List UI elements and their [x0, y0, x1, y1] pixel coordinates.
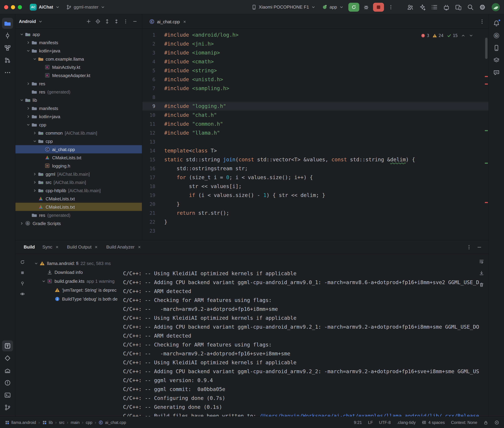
project-item-res[interactable]: res — [16, 80, 142, 88]
run-config-selector[interactable]: app — [320, 3, 346, 11]
tree-expander[interactable] — [32, 139, 38, 143]
options-icon[interactable] — [122, 18, 129, 25]
line-number[interactable]: 4 — [142, 57, 164, 66]
project-item-com-example-llama[interactable]: com.example.llama — [16, 55, 142, 63]
project-item-gradle-scripts[interactable]: GGradle Scripts — [16, 219, 142, 227]
build-item--jvmtarget-string-is-deprec[interactable]: 'jvmTarget: String' is deprec — [29, 286, 121, 294]
code-editor[interactable]: 3 24 15 1#include <android/log.h>2#inclu… — [142, 29, 488, 240]
more-run-actions-button[interactable] — [386, 2, 396, 12]
tree-expander[interactable] — [19, 221, 25, 226]
debug-button[interactable] — [361, 2, 371, 12]
project-item-cpp-httplib[interactable]: cpp-httplib[AiChat.lib.main] — [16, 186, 142, 195]
project-item-ggml[interactable]: ggml[AiChat.lib.main] — [16, 170, 142, 178]
build-item-download-info[interactable]: Download info — [29, 268, 121, 277]
trash-icon[interactable] — [478, 281, 485, 288]
plugins-icon[interactable] — [442, 3, 451, 11]
file-encoding[interactable]: UTF-8 — [379, 420, 391, 425]
project-item-mainactivity-kt[interactable]: KMainActivity.kt — [16, 63, 142, 71]
wrap-icon[interactable] — [478, 257, 485, 265]
build-tab-build[interactable]: Build — [21, 243, 38, 251]
build-tab-build-analyzer[interactable]: Build Analyzer — [103, 243, 145, 251]
line-number[interactable]: 8 — [142, 93, 164, 102]
vcs-branch-widget[interactable]: ggml-master — [64, 3, 108, 11]
tree-expander[interactable] — [25, 106, 31, 110]
warning-count[interactable]: 24 — [432, 31, 444, 40]
project-item-messageadapter-kt[interactable]: KMessageAdapter.kt — [16, 71, 142, 80]
project-item-src[interactable]: src[AiChat.lib.main] — [16, 178, 142, 186]
line-number[interactable]: 16 — [142, 164, 164, 173]
build-item-buildtype-debug-is-both-de[interactable]: BuildType 'debug' is both de — [29, 294, 121, 303]
tree-expander[interactable] — [41, 279, 47, 283]
project-item-kotlin-java[interactable]: kotlin+java — [16, 112, 142, 121]
prev-issue-icon[interactable] — [461, 33, 466, 38]
project-item-kotlin-java[interactable]: kotlin+java — [16, 47, 142, 55]
commit-icon[interactable] — [2, 30, 13, 41]
project-icon[interactable] — [2, 18, 13, 29]
breadcrumb-src[interactable]: src — [59, 420, 64, 425]
minimize-button[interactable] — [11, 5, 15, 9]
line-number[interactable]: 18 — [142, 182, 164, 191]
project-item-common[interactable]: common[AiChat.lib.main] — [16, 129, 142, 137]
rerun-button[interactable] — [348, 3, 359, 11]
project-item-res[interactable]: res(generated) — [16, 88, 142, 96]
project-item-manifests[interactable]: manifests — [16, 104, 142, 112]
editor-options-icon[interactable] — [478, 18, 486, 25]
project-item-res[interactable]: res(generated) — [16, 211, 142, 219]
notifications-icon[interactable] — [491, 18, 502, 29]
line-number[interactable]: 15 — [142, 155, 164, 164]
pin-icon[interactable] — [18, 279, 26, 287]
todo-icon[interactable] — [430, 3, 439, 11]
locate-icon[interactable] — [94, 18, 102, 25]
line-number[interactable]: 14 — [142, 146, 164, 155]
vcs-icon[interactable] — [2, 402, 13, 413]
stopgray-icon[interactable] — [18, 269, 26, 276]
line-number[interactable]: 10 — [142, 111, 164, 120]
build-tab-sync[interactable]: Sync — [40, 243, 62, 251]
tree-expander[interactable] — [25, 81, 31, 86]
close-button[interactable] — [4, 5, 8, 9]
line-number[interactable]: 7 — [142, 84, 164, 93]
build-item-build-gradle-kts[interactable]: Kbuild.gradle.ktsapp 1 warning — [29, 277, 121, 286]
tree-expander[interactable] — [32, 131, 38, 135]
assistant-chat-icon[interactable] — [491, 67, 502, 78]
stop-button[interactable] — [373, 3, 384, 11]
code-with-me-icon[interactable] — [406, 3, 415, 11]
close-tab-icon[interactable] — [94, 245, 99, 249]
hide-icon[interactable] — [131, 18, 138, 25]
close-tab-icon[interactable] — [182, 19, 187, 24]
readonly-lock[interactable] — [483, 420, 488, 425]
project-item-cmakelists-txt[interactable]: CMakeLists.txt — [16, 195, 142, 203]
settings-icon[interactable] — [478, 3, 487, 11]
tree-expander[interactable] — [32, 172, 38, 176]
build-options-icon[interactable] — [465, 243, 473, 251]
tree-expander[interactable] — [32, 188, 38, 193]
device-manager-icon[interactable] — [491, 42, 502, 53]
insights-icon[interactable] — [2, 353, 13, 364]
close-tab-icon[interactable] — [55, 245, 60, 249]
breadcrumb-ai-chat-cpp[interactable]: Cai_chat.cpp — [99, 420, 126, 425]
profile-avatar[interactable] — [492, 3, 500, 11]
project-view-selector[interactable]: Android — [19, 19, 36, 24]
build-icon[interactable] — [2, 365, 13, 376]
tree-expander[interactable] — [32, 180, 38, 184]
pull-requests-icon[interactable] — [2, 55, 13, 66]
build-item-llama-android-fi[interactable]: llama.android: fi22 sec, 583 ms — [29, 259, 121, 268]
project-item-cmakelists-txt[interactable]: CMakeLists.txt — [16, 153, 142, 162]
more-icon[interactable] — [2, 67, 13, 78]
tree-expander[interactable] — [25, 40, 31, 45]
tree-expander[interactable] — [25, 123, 31, 127]
clang-tidy[interactable]: .clang-tidy — [397, 420, 416, 425]
resource-manager-icon[interactable] — [491, 55, 502, 66]
terminal-icon[interactable] — [2, 390, 13, 401]
breadcrumb-cpp[interactable]: cpp — [86, 420, 93, 425]
next-issue-icon[interactable] — [469, 33, 473, 38]
line-separator[interactable]: LF — [368, 420, 373, 425]
tree-expander[interactable] — [32, 57, 38, 61]
ok-count[interactable]: 15 — [446, 31, 458, 40]
logcat-icon[interactable] — [2, 340, 13, 351]
inspection-level[interactable] — [494, 420, 499, 425]
sync-icon[interactable] — [18, 258, 26, 266]
project-switcher[interactable]: AC AiChat — [27, 2, 62, 12]
breadcrumb-llama-android[interactable]: llama.android — [5, 420, 36, 425]
problems-icon[interactable] — [2, 377, 13, 388]
